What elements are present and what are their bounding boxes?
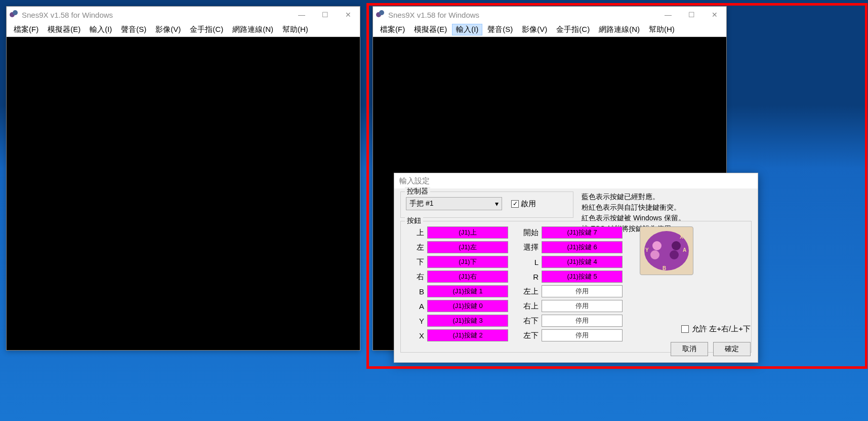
left-column: 上(J1)上左(J1)左下(J1)下右(J1)右B(J1)按鍵 1A(J1)按鍵…	[406, 226, 508, 341]
display-area	[7, 37, 360, 350]
mapping-field[interactable]: 停用	[542, 300, 623, 312]
mapping-row: B(J1)按鍵 1	[406, 285, 508, 297]
mapping-label: 右下	[520, 316, 539, 326]
mapping-label: A	[406, 302, 424, 311]
maximize-button[interactable]: ☐	[680, 7, 703, 23]
menu-netplay[interactable]: 網路連線(N)	[595, 24, 644, 35]
menu-emulator[interactable]: 模擬器(E)	[410, 24, 451, 35]
mapping-field[interactable]: (J1)按鍵 1	[427, 285, 508, 297]
controller-group-label: 控制器	[405, 187, 430, 196]
mapping-label: L	[520, 258, 539, 266]
controller-select[interactable]: 手把 #1 ▾	[406, 197, 502, 210]
menu-netplay[interactable]: 網路連線(N)	[228, 24, 277, 35]
mapping-row: 右下停用	[520, 315, 623, 327]
menu-file[interactable]: 檔案(F)	[10, 24, 43, 35]
mapping-field[interactable]: (J1)右	[427, 271, 508, 283]
mapping-field[interactable]: (J1)按鍵 4	[542, 256, 623, 268]
mapping-label: Y	[406, 317, 424, 325]
mapping-row: 左上停用	[520, 285, 623, 297]
mapping-field[interactable]: 停用	[542, 285, 623, 297]
mapping-row: 右(J1)右	[406, 271, 508, 283]
mapping-field[interactable]: (J1)上	[427, 226, 508, 239]
menubar: 檔案(F) 模擬器(E) 輸入(I) 聲音(S) 影像(V) 金手指(C) 網路…	[7, 23, 360, 37]
mapping-label: 下	[406, 257, 424, 267]
mapping-label: 右上	[520, 301, 539, 311]
dialog-title: 輸入設定	[394, 173, 758, 188]
mapping-field[interactable]: 停用	[542, 315, 623, 327]
mapping-row: 左下停用	[520, 329, 623, 341]
titlebar[interactable]: Snes9X v1.58 for Windows — ☐ ✕	[7, 7, 360, 23]
menu-sound[interactable]: 聲音(S)	[483, 24, 517, 35]
chevron-down-icon: ▾	[495, 200, 499, 208]
window-title: Snes9X v1.58 for Windows	[388, 11, 656, 19]
mapping-field[interactable]: (J1)按鍵 7	[542, 226, 623, 239]
menu-sound[interactable]: 聲音(S)	[117, 24, 150, 35]
mapping-row: R(J1)按鍵 5	[520, 271, 623, 283]
menu-video[interactable]: 影像(V)	[151, 24, 185, 35]
mapping-row: 右上停用	[520, 300, 623, 312]
mapping-row: L(J1)按鍵 4	[520, 256, 623, 268]
mapping-row: 左(J1)左	[406, 241, 508, 253]
menubar: 檔案(F) 模擬器(E) 輸入(I) 聲音(S) 影像(V) 金手指(C) 網路…	[373, 23, 726, 37]
mapping-label: 左下	[520, 331, 539, 340]
menu-help[interactable]: 幫助(H)	[645, 24, 679, 35]
mapping-label: 開始	[520, 228, 539, 238]
mapping-label: 上	[406, 228, 424, 238]
mapping-label: R	[520, 273, 539, 281]
mapping-field[interactable]: (J1)下	[427, 256, 508, 268]
mapping-label: X	[406, 331, 424, 340]
mapping-row: 下(J1)下	[406, 256, 508, 268]
window-title: Snes9X v1.58 for Windows	[22, 11, 290, 19]
mapping-label: 左上	[520, 287, 539, 296]
buttons-group-label: 按鈕	[405, 216, 423, 225]
mapping-row: 開始(J1)按鍵 7	[520, 226, 623, 239]
mapping-field[interactable]: (J1)按鍵 2	[427, 329, 508, 341]
app-window-left: Snes9X v1.58 for Windows — ☐ ✕ 檔案(F) 模擬器…	[6, 6, 360, 351]
enable-label: 啟用	[521, 199, 536, 209]
titlebar[interactable]: Snes9X v1.58 for Windows — ☐ ✕	[373, 7, 726, 23]
checkbox-icon	[681, 325, 689, 333]
mapping-row: X(J1)按鍵 2	[406, 329, 508, 341]
mapping-row: Y(J1)按鍵 3	[406, 315, 508, 327]
mapping-field[interactable]: (J1)按鍵 6	[542, 241, 623, 253]
mapping-label: 選擇	[520, 243, 539, 252]
controller-image: XABY	[640, 226, 693, 275]
checkbox-icon: ✓	[511, 200, 519, 208]
enable-checkbox[interactable]: ✓ 啟用	[511, 199, 536, 209]
app-icon	[376, 10, 385, 19]
menu-cheat[interactable]: 金手指(C)	[186, 24, 227, 35]
close-button[interactable]: ✕	[337, 7, 360, 23]
mapping-field[interactable]: 停用	[542, 329, 623, 341]
mapping-row: A(J1)按鍵 0	[406, 300, 508, 312]
mapping-row: 上(J1)上	[406, 226, 508, 239]
menu-input[interactable]: 輸入(I)	[86, 24, 116, 35]
minimize-button[interactable]: —	[290, 7, 313, 23]
minimize-button[interactable]: —	[656, 7, 680, 23]
mapping-field[interactable]: (J1)按鍵 5	[542, 271, 623, 283]
mapping-field[interactable]: (J1)按鍵 0	[427, 300, 508, 312]
app-icon	[10, 10, 19, 19]
cancel-button[interactable]: 取消	[671, 342, 708, 356]
mapping-row: 選擇(J1)按鍵 6	[520, 241, 623, 253]
mapping-field[interactable]: (J1)按鍵 3	[427, 315, 508, 327]
menu-help[interactable]: 幫助(H)	[278, 24, 312, 35]
controller-select-value: 手把 #1	[409, 199, 433, 208]
menu-video[interactable]: 影像(V)	[518, 24, 551, 35]
menu-input[interactable]: 輸入(I)	[452, 24, 482, 35]
allow-diagonal-label: 允許 左+右/上+下	[692, 324, 751, 334]
mapping-label: B	[406, 287, 424, 296]
menu-cheat[interactable]: 金手指(C)	[552, 24, 594, 35]
input-settings-dialog: 輸入設定 控制器 手把 #1 ▾ ✓ 啟用 藍色表示按鍵已經對應。 粉紅色表示與…	[394, 173, 758, 363]
menu-emulator[interactable]: 模擬器(E)	[44, 24, 85, 35]
mapping-label: 左	[406, 243, 424, 252]
maximize-button[interactable]: ☐	[313, 7, 337, 23]
menu-file[interactable]: 檔案(F)	[376, 24, 409, 35]
right-column: 開始(J1)按鍵 7選擇(J1)按鍵 6L(J1)按鍵 4R(J1)按鍵 5左上…	[520, 226, 623, 341]
mapping-label: 右	[406, 272, 424, 282]
close-button[interactable]: ✕	[703, 7, 726, 23]
ok-button[interactable]: 確定	[713, 342, 751, 356]
mapping-field[interactable]: (J1)左	[427, 241, 508, 253]
allow-diagonal-checkbox[interactable]: 允許 左+右/上+下	[681, 324, 751, 334]
